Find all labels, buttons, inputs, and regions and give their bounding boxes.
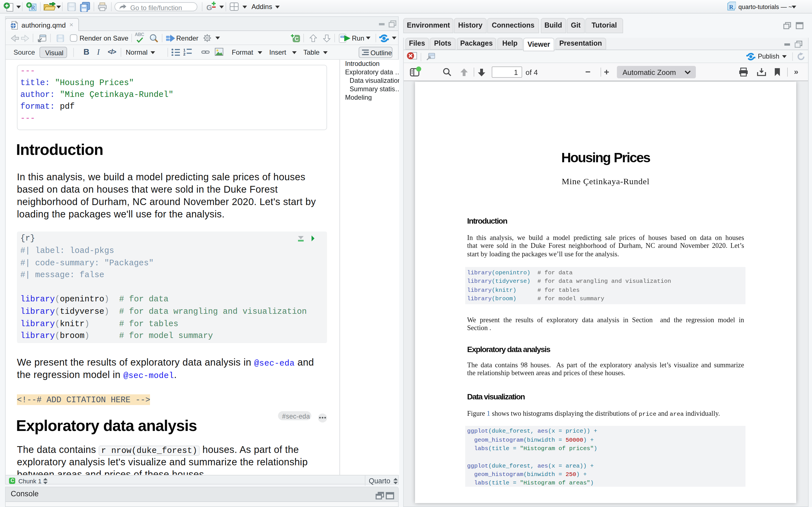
svg-text:2: 2 <box>183 52 186 56</box>
svg-text:R: R <box>729 4 733 10</box>
svg-text:G: G <box>206 3 212 12</box>
svg-text:C: C <box>295 36 299 42</box>
